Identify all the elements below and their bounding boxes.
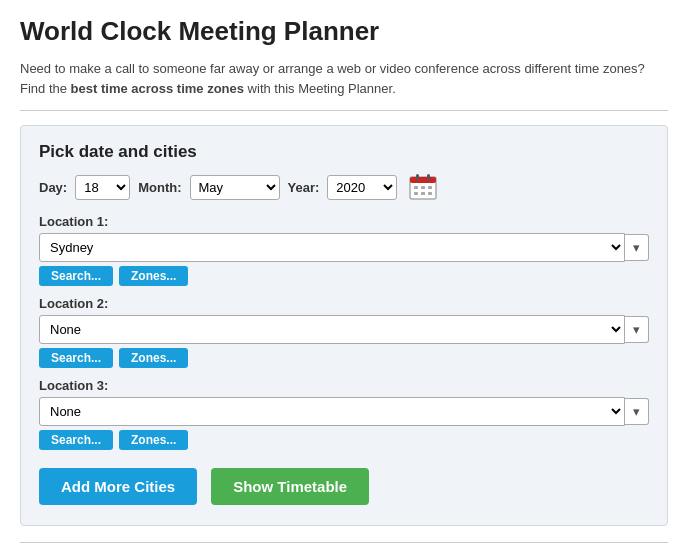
svg-rect-8 xyxy=(421,192,425,195)
location-2-search-button[interactable]: Search... xyxy=(39,348,113,368)
action-row: Add More Cities Show Timetable xyxy=(39,468,649,505)
day-select[interactable]: 18 xyxy=(75,175,130,200)
location-1-zones-button[interactable]: Zones... xyxy=(119,266,188,286)
date-row: Day: 18 Month: May Year: 2020 xyxy=(39,174,649,200)
location-2-select-row: None ▾ xyxy=(39,315,649,344)
show-timetable-button[interactable]: Show Timetable xyxy=(211,468,369,505)
location-1-block: Location 1: Sydney ▾ Search... Zones... xyxy=(39,214,649,286)
page-title: World Clock Meeting Planner xyxy=(20,16,668,47)
location-1-search-button[interactable]: Search... xyxy=(39,266,113,286)
svg-rect-6 xyxy=(428,186,432,189)
location-1-btn-row: Search... Zones... xyxy=(39,266,649,286)
day-label: Day: xyxy=(39,180,67,195)
svg-rect-4 xyxy=(414,186,418,189)
location-2-zones-button[interactable]: Zones... xyxy=(119,348,188,368)
svg-rect-5 xyxy=(421,186,425,189)
location-3-zones-button[interactable]: Zones... xyxy=(119,430,188,450)
location-2-label: Location 2: xyxy=(39,296,649,311)
svg-rect-7 xyxy=(414,192,418,195)
location-2-dropdown-btn[interactable]: ▾ xyxy=(625,316,649,343)
year-label: Year: xyxy=(288,180,320,195)
month-select[interactable]: May xyxy=(190,175,280,200)
location-1-dropdown-btn[interactable]: ▾ xyxy=(625,234,649,261)
location-1-select-row: Sydney ▾ xyxy=(39,233,649,262)
location-2-block: Location 2: None ▾ Search... Zones... xyxy=(39,296,649,368)
description-part2: with this Meeting Planner. xyxy=(244,81,396,96)
location-3-select[interactable]: None xyxy=(39,397,625,426)
location-2-btn-row: Search... Zones... xyxy=(39,348,649,368)
location-1-label: Location 1: xyxy=(39,214,649,229)
location-3-dropdown-btn[interactable]: ▾ xyxy=(625,398,649,425)
svg-rect-1 xyxy=(410,177,436,183)
card-title: Pick date and cities xyxy=(39,142,649,162)
svg-rect-2 xyxy=(416,174,419,181)
description: Need to make a call to someone far away … xyxy=(20,59,668,111)
day-select-wrapper: 18 xyxy=(75,175,130,200)
month-select-wrapper: May xyxy=(190,175,280,200)
location-3-select-row: None ▾ xyxy=(39,397,649,426)
svg-rect-9 xyxy=(428,192,432,195)
year-select-wrapper: 2020 xyxy=(327,175,397,200)
location-3-block: Location 3: None ▾ Search... Zones... xyxy=(39,378,649,450)
planner-card: Pick date and cities Day: 18 Month: May … xyxy=(20,125,668,526)
page-wrapper: World Clock Meeting Planner Need to make… xyxy=(0,0,688,543)
location-3-search-button[interactable]: Search... xyxy=(39,430,113,450)
location-2-select[interactable]: None xyxy=(39,315,625,344)
year-select[interactable]: 2020 xyxy=(327,175,397,200)
description-bold: best time across time zones xyxy=(71,81,244,96)
location-1-select[interactable]: Sydney xyxy=(39,233,625,262)
location-3-label: Location 3: xyxy=(39,378,649,393)
location-3-btn-row: Search... Zones... xyxy=(39,430,649,450)
add-cities-button[interactable]: Add More Cities xyxy=(39,468,197,505)
calendar-icon[interactable] xyxy=(409,174,437,200)
bottom-divider xyxy=(20,542,668,543)
svg-rect-3 xyxy=(427,174,430,181)
month-label: Month: xyxy=(138,180,181,195)
